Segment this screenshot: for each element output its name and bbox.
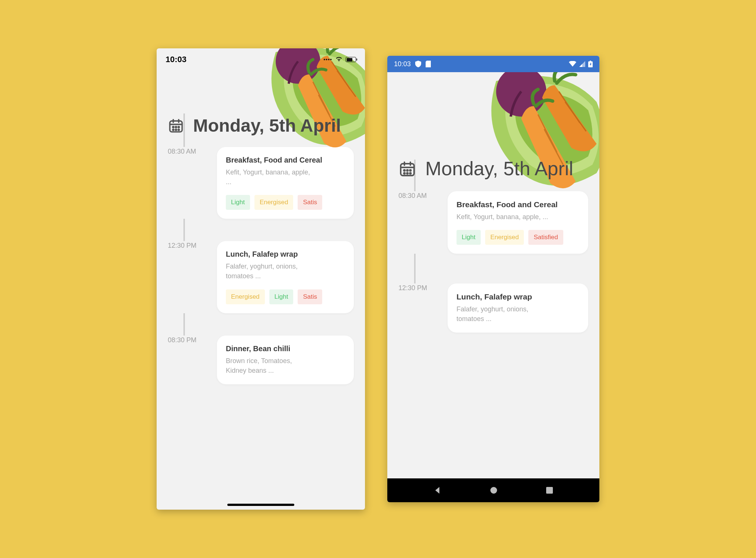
android-status-bar: 10:03	[387, 56, 599, 72]
date-header: Monday, 5th April	[387, 158, 599, 180]
ios-home-indicator[interactable]	[227, 504, 294, 506]
meal-title: Dinner, Bean chilli	[226, 344, 354, 353]
entry-time: 12:30 PM	[168, 241, 206, 313]
android-home-button[interactable]	[489, 486, 498, 495]
svg-point-2	[173, 126, 174, 128]
tag-row: Energised Light Satis	[226, 289, 354, 304]
date-header: Monday, 5th April	[157, 115, 365, 136]
ios-app-body: 10:03 ••••	[157, 48, 365, 510]
meal-title: Lunch, Falafep wrap	[457, 292, 579, 301]
meal-title: Lunch, Falafep wrap	[226, 250, 354, 259]
wifi-icon	[335, 56, 343, 63]
svg-point-6	[176, 129, 177, 131]
svg-point-10	[496, 72, 547, 116]
android-device-frame: 10:03	[387, 56, 599, 502]
meal-description: Kefit, Yogurt, banana, apple, ...	[457, 212, 553, 222]
tag-satisfied[interactable]: Satisfied	[528, 230, 563, 245]
ios-status-bar: 10:03 ••••	[157, 48, 365, 71]
sd-card-icon	[426, 61, 431, 67]
ios-signal-dots-icon: ••••	[323, 57, 332, 62]
timeline-entry[interactable]: 08:30 AM Breakfast, Food and Cereal Kefi…	[168, 147, 354, 219]
tag-light[interactable]: Light	[269, 289, 294, 304]
svg-point-16	[407, 173, 408, 174]
svg-point-3	[176, 126, 177, 128]
meal-card[interactable]: Dinner, Bean chilli Brown rice, Tomatoes…	[217, 336, 354, 384]
tag-light[interactable]: Light	[457, 230, 481, 245]
tag-energised[interactable]: Energised	[226, 289, 265, 304]
tag-energised[interactable]: Energised	[254, 195, 294, 210]
entry-time: 12:30 PM	[398, 283, 437, 333]
tag-light[interactable]: Light	[226, 195, 250, 210]
android-status-left: 10:03	[394, 60, 431, 68]
svg-point-17	[410, 173, 411, 174]
svg-point-18	[490, 487, 497, 494]
svg-rect-9	[590, 61, 591, 62]
timeline-entry[interactable]: 12:30 PM Lunch, Falafep wrap Falafer, yo…	[398, 283, 588, 333]
date-title: Monday, 5th April	[425, 158, 573, 180]
meal-card[interactable]: Breakfast, Food and Cereal Kefit, Yogurt…	[217, 147, 354, 219]
ios-status-right: ••••	[323, 56, 356, 63]
meal-description: Kefit, Yogurt, banana, apple, ...	[226, 167, 311, 187]
ios-status-time: 10:03	[166, 55, 186, 64]
entry-time: 08:30 AM	[398, 191, 437, 254]
meal-title: Breakfast, Food and Cereal	[457, 200, 579, 209]
svg-point-14	[410, 170, 411, 171]
meal-title: Breakfast, Food and Cereal	[226, 156, 354, 164]
tag-satisfied[interactable]: Satis	[298, 195, 322, 210]
meal-card[interactable]: Breakfast, Food and Cereal Kefit, Yogurt…	[448, 191, 588, 254]
battery-icon	[346, 57, 356, 62]
entry-time: 08:30 AM	[168, 147, 206, 219]
svg-point-13	[407, 170, 408, 171]
calendar-icon	[398, 160, 416, 179]
tag-row: Light Energised Satisfied	[457, 230, 579, 245]
android-nav-bar	[387, 478, 599, 502]
android-back-button[interactable]	[433, 486, 442, 495]
meal-description: Falafer, yoghurt, onions, tomatoes ...	[457, 304, 553, 324]
timeline-entry[interactable]: 08:30 AM Breakfast, Food and Cereal Kefi…	[398, 191, 588, 254]
timeline-entry[interactable]: 12:30 PM Lunch, Falafep wrap Falafer, yo…	[168, 241, 354, 313]
android-status-time: 10:03	[394, 60, 411, 68]
wifi-icon	[569, 61, 576, 67]
entry-time: 08:30 PM	[168, 336, 206, 384]
meal-card[interactable]: Lunch, Falafep wrap Falafer, yoghurt, on…	[217, 241, 354, 313]
ios-device-frame: 10:03 ••••	[157, 48, 365, 510]
cellular-icon	[579, 61, 585, 67]
meal-description: Falafer, yoghurt, onions, tomatoes ...	[226, 262, 311, 281]
date-title: Monday, 5th April	[193, 115, 341, 136]
svg-point-15	[404, 173, 405, 174]
battery-charging-icon	[588, 61, 593, 67]
meal-card[interactable]: Lunch, Falafep wrap Falafer, yoghurt, on…	[448, 283, 588, 333]
tag-energised[interactable]: Energised	[485, 230, 524, 245]
svg-point-7	[178, 129, 179, 131]
ios-timeline[interactable]: 08:30 AM Breakfast, Food and Cereal Kefi…	[157, 136, 365, 384]
timeline-entry[interactable]: 08:30 PM Dinner, Bean chilli Brown rice,…	[168, 336, 354, 384]
calendar-icon	[168, 118, 184, 135]
svg-point-4	[178, 126, 179, 128]
tag-row: Light Energised Satis	[226, 195, 354, 210]
android-status-right	[569, 61, 593, 67]
android-timeline[interactable]: 08:30 AM Breakfast, Food and Cereal Kefi…	[387, 180, 599, 333]
tag-satisfied[interactable]: Satis	[298, 289, 322, 304]
svg-rect-19	[546, 487, 553, 494]
svg-point-5	[173, 129, 174, 131]
android-app-body: Monday, 5th April 08:30 AM Breakfast, Fo…	[387, 72, 599, 478]
meal-description: Brown rice, Tomatoes, Kidney beans ...	[226, 356, 311, 375]
svg-point-12	[404, 170, 405, 171]
shield-icon	[415, 61, 421, 67]
android-recents-button[interactable]	[545, 486, 554, 494]
